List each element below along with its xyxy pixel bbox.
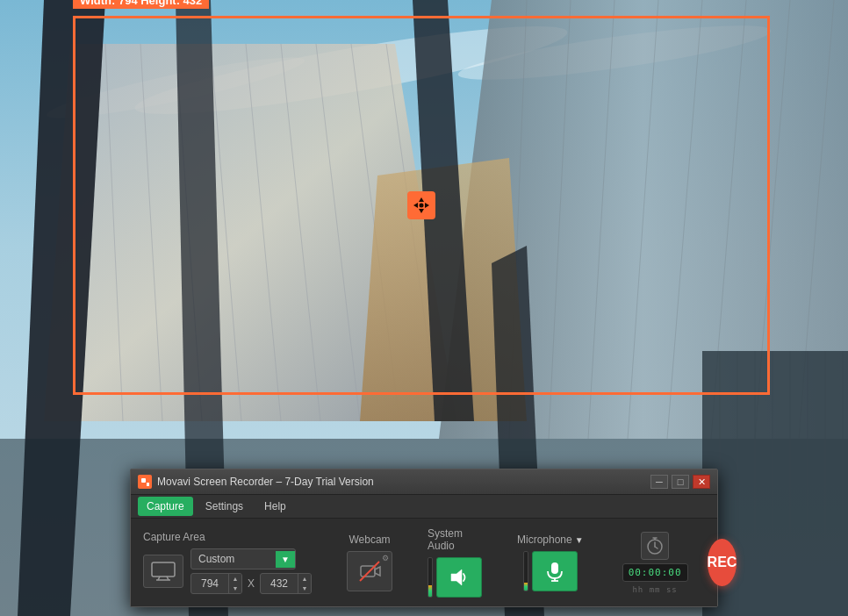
preset-value: Custom	[191, 549, 276, 569]
svg-marker-51	[375, 567, 380, 576]
minimize-button[interactable]: ─	[650, 475, 668, 489]
height-decrement[interactable]: ▼	[298, 584, 311, 593]
svg-line-59	[655, 547, 658, 548]
width-input-wrap: ▲ ▼	[190, 573, 242, 594]
record-button[interactable]: REC	[708, 539, 737, 586]
width-spinners: ▲ ▼	[228, 574, 241, 593]
title-bar-left: Movavi Screen Recorder – 7-Day Trial Ver…	[138, 475, 374, 489]
svg-marker-53	[451, 569, 462, 585]
preset-dropdown[interactable]: Custom ▼	[190, 548, 296, 569]
width-increment[interactable]: ▲	[229, 574, 241, 584]
timer-units: hh mm ss	[632, 585, 677, 594]
system-audio-button[interactable]	[436, 557, 482, 598]
height-increment[interactable]: ▲	[298, 574, 311, 584]
dimension-separator: X	[246, 577, 256, 590]
microphone-label: Microphone	[517, 534, 572, 546]
maximize-button[interactable]: □	[672, 475, 689, 489]
close-button[interactable]: ✕	[693, 475, 710, 489]
preset-dropdown-arrow[interactable]: ▼	[276, 551, 295, 568]
webcam-button[interactable]	[347, 551, 392, 591]
system-audio-section: System Audio	[428, 527, 482, 598]
microphone-button[interactable]	[532, 551, 578, 591]
dimension-controls: ▲ ▼ X ▲ ▼	[190, 573, 312, 594]
microphone-level-fill	[524, 583, 528, 591]
screen-select-button[interactable]	[143, 555, 183, 588]
timer-icon[interactable]	[641, 532, 669, 560]
height-input-wrap: ▲ ▼	[260, 573, 312, 594]
system-audio-level-bar	[428, 557, 433, 598]
microphone-level-bar	[523, 551, 528, 591]
webcam-section: Webcam	[347, 534, 392, 591]
microphone-label-row: Microphone ▼	[517, 534, 584, 546]
control-panel-window: Movavi Screen Recorder – 7-Day Trial Ver…	[130, 469, 718, 607]
svg-rect-45	[147, 483, 149, 486]
microphone-controls	[523, 551, 578, 591]
capture-area-controls: Custom ▼ ▲ ▼ X	[143, 548, 312, 594]
menu-bar: Capture Settings Help	[131, 495, 717, 519]
height-spinners: ▲ ▼	[298, 574, 311, 593]
menu-capture[interactable]: Capture	[138, 497, 193, 516]
svg-line-52	[360, 562, 379, 581]
system-audio-label: System Audio	[428, 527, 482, 552]
svg-rect-54	[551, 562, 558, 574]
svg-rect-46	[152, 562, 175, 577]
width-decrement[interactable]: ▼	[229, 584, 241, 593]
title-bar: Movavi Screen Recorder – 7-Day Trial Ver…	[131, 469, 717, 495]
microphone-dropdown-arrow[interactable]: ▼	[575, 535, 584, 545]
window-title: Movavi Screen Recorder – 7-Day Trial Ver…	[157, 476, 374, 488]
menu-settings[interactable]: Settings	[197, 497, 252, 516]
main-content: Capture Area Custom ▼	[131, 519, 717, 606]
preset-controls: Custom ▼ ▲ ▼ X	[190, 548, 312, 594]
svg-rect-44	[141, 478, 146, 483]
microphone-section: Microphone ▼	[517, 534, 584, 591]
app-icon	[138, 475, 152, 489]
timer-value: 00:00:00	[629, 567, 682, 578]
capture-area-label: Capture Area	[143, 531, 312, 543]
system-audio-controls	[428, 557, 482, 598]
window-controls: ─ □ ✕	[650, 475, 710, 489]
system-audio-level-fill	[428, 585, 432, 597]
timer-display: 00:00:00	[622, 563, 688, 582]
menu-help[interactable]: Help	[255, 497, 295, 516]
height-input[interactable]	[261, 574, 298, 593]
width-input[interactable]	[191, 574, 228, 593]
timer-section: 00:00:00 hh mm ss	[622, 532, 688, 594]
capture-area-section: Capture Area Custom ▼	[143, 531, 312, 594]
webcam-label: Webcam	[349, 534, 390, 546]
